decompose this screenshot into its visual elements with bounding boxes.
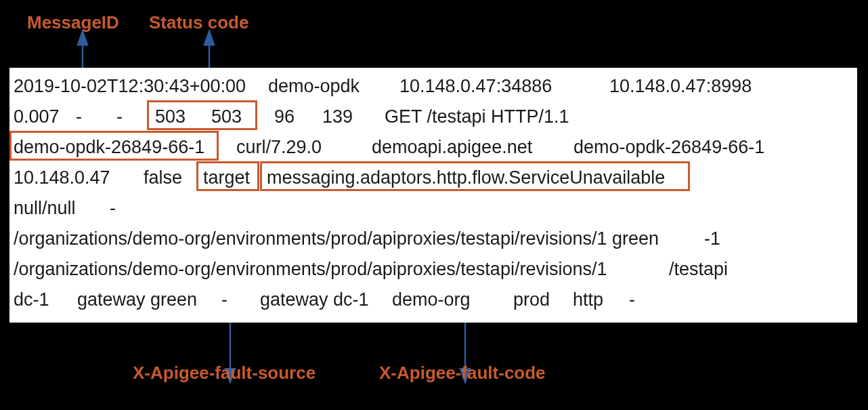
log-ip: 10.148.0.47: [14, 167, 110, 188]
log-dash2: -: [116, 106, 123, 127]
log-server-addr: 10.148.0.47:8998: [609, 76, 752, 97]
top-labels-container: MessageID Status code: [0, 12, 868, 46]
log-user-agent: curl/7.29.0: [236, 137, 322, 158]
log-message-id-2: demo-opdk-26849-66-1: [573, 137, 764, 158]
hl-fault-code: [260, 161, 690, 191]
log-org: demo-opdk: [268, 76, 360, 97]
label-fault-code: X-Apigee-fault-code: [379, 363, 546, 384]
log-bytes2: 139: [322, 106, 353, 127]
log-timestamp: 2019-10-02T12:30:43+00:00: [14, 76, 246, 97]
log-false: false: [144, 167, 182, 188]
log-box: 2019-10-02T12:30:43+00:00 demo-opdk 10.1…: [9, 68, 857, 323]
label-status-code: Status code: [149, 12, 248, 33]
log-host: demoapi.apigee.net: [372, 137, 532, 158]
log-dash1: -: [76, 106, 82, 127]
log-neg1: -1: [704, 228, 720, 249]
hl-status-code: [147, 100, 257, 130]
log-dash8b: -: [629, 289, 635, 310]
log-dash8a: -: [221, 289, 227, 310]
log-basepath: /testapi: [669, 259, 728, 280]
log-gateway-dc1: gateway dc-1: [260, 289, 369, 310]
hl-message-id: [9, 131, 219, 161]
label-message-id: MessageID: [27, 12, 119, 33]
log-dc1: dc-1: [14, 289, 49, 310]
bottom-labels-container: X-Apigee-fault-source X-Apigee-fault-cod…: [0, 363, 868, 396]
log-path2: /organizations/demo-org/environments/pro…: [14, 259, 607, 280]
log-request: GET /testapi HTTP/1.1: [385, 106, 569, 127]
log-http: http: [573, 289, 603, 310]
log-prod: prod: [513, 289, 550, 310]
log-bytes1: 96: [274, 106, 295, 127]
log-nullnull: null/null: [14, 198, 76, 219]
log-gateway-green: gateway green: [77, 289, 197, 310]
log-latency: 0.007: [14, 106, 60, 127]
log-demo-org: demo-org: [392, 289, 471, 310]
log-dash5: -: [110, 198, 116, 219]
log-client-addr: 10.148.0.47:34886: [399, 76, 552, 97]
label-fault-source: X-Apigee-fault-source: [133, 363, 316, 384]
hl-fault-source: [196, 161, 259, 191]
log-path1: /organizations/demo-org/environments/pro…: [14, 228, 659, 249]
